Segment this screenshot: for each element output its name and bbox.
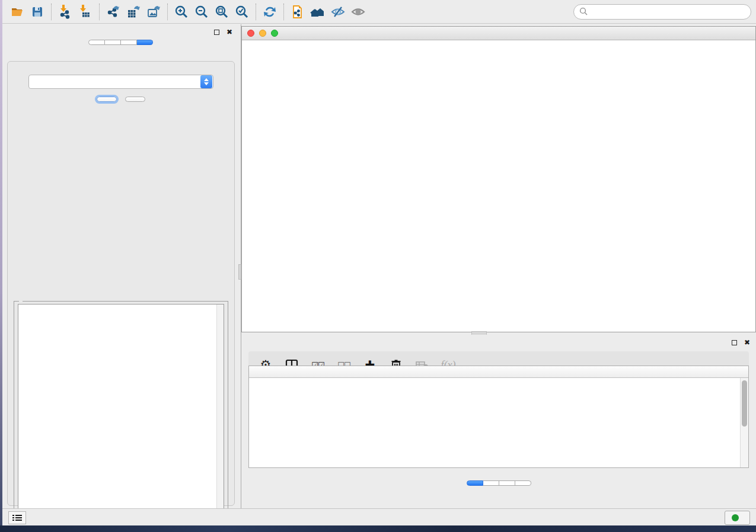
show-panels-list-button[interactable] [8, 511, 26, 524]
criterion-dropdown[interactable] [28, 75, 213, 89]
node-table [248, 366, 749, 468]
tab-select[interactable] [121, 40, 137, 45]
hide-graphics-icon[interactable] [328, 2, 348, 21]
window-minimize-icon[interactable] [259, 30, 266, 37]
control-panel-tabs [2, 40, 238, 45]
zoom-out-icon[interactable] [192, 2, 212, 21]
export-table-icon[interactable] [123, 2, 143, 21]
table-body [249, 378, 740, 467]
save-session-icon[interactable] [27, 2, 47, 21]
tab-network-table[interactable] [499, 480, 515, 486]
window-close-icon[interactable] [247, 30, 254, 37]
tab-motifs[interactable] [515, 480, 531, 486]
tab-node-table[interactable] [467, 480, 483, 486]
window-maximize-icon[interactable] [271, 30, 278, 37]
show-graphics-icon[interactable] [348, 2, 368, 21]
mcds-result-list[interactable] [18, 304, 224, 517]
import-network-icon[interactable] [55, 2, 75, 21]
float-window-icon[interactable] [732, 340, 737, 345]
float-window-icon[interactable] [214, 30, 219, 35]
tab-network[interactable] [88, 40, 105, 45]
open-file-icon[interactable] [7, 2, 27, 21]
export-network-icon[interactable] [103, 2, 123, 21]
scrollbar-thumb[interactable] [742, 380, 747, 427]
control-panel: ✖ [2, 24, 238, 508]
desktop-background [0, 525, 756, 532]
table-panel-titlebar: ✖ [241, 335, 756, 350]
list-icon [12, 514, 22, 521]
import-table-icon[interactable] [75, 2, 95, 21]
network-window-titlebar[interactable] [242, 27, 755, 40]
network-view-window [241, 26, 756, 332]
control-panel-titlebar: ✖ [2, 24, 238, 40]
toolbar-separator [51, 4, 52, 20]
dropdown-stepper-icon [200, 75, 212, 88]
toolbar-separator [283, 4, 284, 20]
memory-button[interactable] [725, 511, 750, 525]
list-scrollbar[interactable] [216, 305, 224, 517]
apply-layout-icon[interactable] [260, 2, 280, 21]
close-panel-button[interactable] [125, 97, 145, 102]
mcds-result-group [14, 301, 228, 521]
application-window: ✖ [2, 0, 756, 526]
zoom-fit-icon[interactable] [212, 2, 232, 21]
run-mcds-button[interactable] [97, 97, 117, 102]
zoom-in-icon[interactable] [171, 2, 192, 21]
network-canvas[interactable] [242, 40, 755, 332]
close-panel-icon[interactable]: ✖ [744, 339, 750, 346]
status-bar [2, 508, 756, 526]
export-image-icon[interactable] [143, 2, 164, 21]
table-header-row [249, 366, 748, 378]
toolbar-separator [99, 4, 100, 20]
toolbar-separator [167, 4, 168, 20]
tab-mcds[interactable] [137, 40, 153, 45]
tab-edge-table[interactable] [483, 480, 499, 486]
main-toolbar [2, 0, 756, 24]
table-tabs [241, 480, 756, 486]
share-document-icon[interactable] [288, 2, 308, 21]
zoom-selected-icon[interactable] [232, 2, 252, 21]
close-panel-icon[interactable]: ✖ [227, 28, 232, 36]
search-box[interactable] [573, 4, 751, 20]
network-overview-icon[interactable] [308, 2, 328, 21]
search-input[interactable] [588, 8, 745, 16]
tab-style[interactable] [105, 40, 121, 45]
memory-status-icon [732, 514, 739, 521]
toolbar-separator [256, 4, 256, 20]
table-scrollbar[interactable] [740, 378, 748, 467]
mcds-tab-content [7, 61, 235, 506]
search-icon [579, 7, 588, 16]
table-panel: ✖ ⚙ ☑☑ ☐☐ ✚ f(x) [241, 335, 756, 508]
